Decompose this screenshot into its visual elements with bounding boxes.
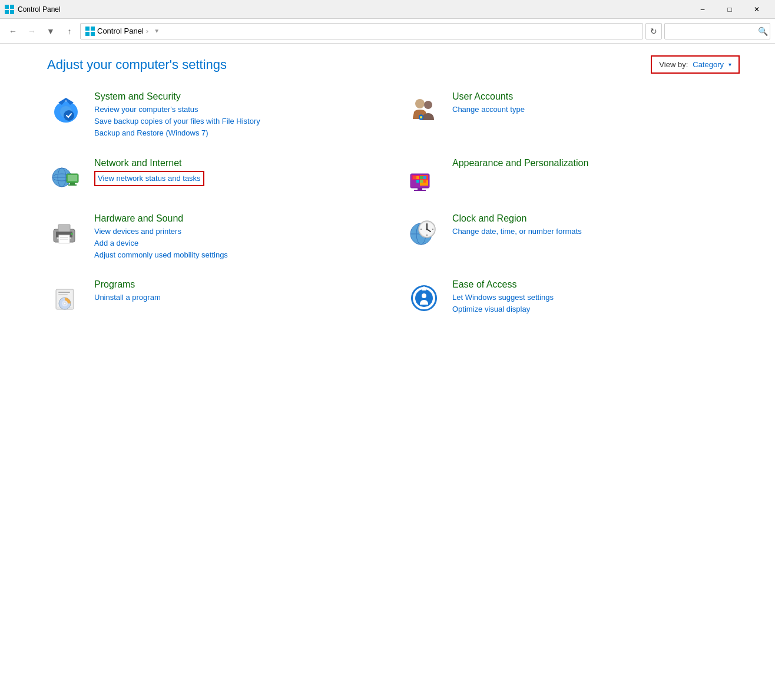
network-internet-icon: [47, 158, 85, 196]
svg-rect-32: [423, 176, 426, 179]
search-icon[interactable]: 🔍: [758, 27, 768, 36]
path-separator: ›: [146, 27, 148, 35]
svg-rect-2: [5, 10, 9, 14]
ease-of-access-content: Ease of Access Let Windows suggest setti…: [452, 279, 740, 316]
svg-rect-6: [85, 32, 90, 36]
svg-rect-20: [68, 175, 77, 181]
svg-rect-7: [91, 32, 95, 36]
svg-point-14: [420, 116, 422, 118]
title-bar: Control Panel – □ ✕: [0, 0, 775, 19]
content-header: Adjust your computer's settings View by:…: [47, 55, 740, 74]
link-mobility-settings[interactable]: Adjust commonly used mobility settings: [94, 250, 382, 260]
category-network-internet: Network and Internet View network status…: [47, 158, 382, 196]
clock-region-title[interactable]: Clock and Region: [452, 213, 740, 224]
categories-grid: System and Security Review your computer…: [47, 91, 740, 317]
svg-rect-1: [10, 5, 14, 9]
view-by-box[interactable]: View by: Category ▾: [651, 55, 740, 74]
link-backup-restore[interactable]: Backup and Restore (Windows 7): [94, 128, 382, 138]
svg-rect-64: [58, 292, 70, 293]
path-text: Control Panel: [97, 27, 144, 35]
app-icon: [5, 5, 14, 14]
svg-rect-38: [414, 190, 426, 191]
link-view-network-status[interactable]: View network status and tasks: [94, 171, 204, 186]
link-change-date-time[interactable]: Change date, time, or number formats: [452, 226, 740, 237]
svg-rect-30: [416, 176, 419, 179]
minimize-button[interactable]: –: [689, 0, 716, 19]
svg-point-12: [424, 101, 432, 109]
svg-rect-4: [85, 27, 90, 31]
user-accounts-icon: [405, 91, 443, 129]
category-appearance: Appearance and Personalization: [405, 158, 740, 196]
clock-region-icon: [405, 213, 443, 251]
link-optimize-display[interactable]: Optimize visual display: [452, 304, 740, 315]
hardware-sound-content: Hardware and Sound View devices and prin…: [94, 213, 382, 262]
up-button[interactable]: ↑: [61, 23, 78, 39]
svg-rect-22: [68, 184, 77, 186]
svg-rect-35: [420, 180, 423, 183]
network-internet-title[interactable]: Network and Internet: [94, 158, 382, 169]
svg-point-11: [415, 99, 425, 108]
svg-rect-65: [58, 294, 68, 295]
ease-of-access-title[interactable]: Ease of Access: [452, 279, 740, 290]
appearance-icon: [405, 158, 443, 196]
address-bar: ← → ▼ ↑ Control Panel › ▼ ↻ 🔍: [0, 19, 775, 44]
svg-rect-36: [423, 180, 426, 183]
refresh-button[interactable]: ↻: [645, 23, 662, 39]
maximize-button[interactable]: □: [716, 0, 743, 19]
programs-icon: [47, 279, 85, 317]
window-controls: – □ ✕: [689, 0, 770, 19]
back-button[interactable]: ←: [5, 23, 21, 39]
search-box: 🔍: [664, 23, 770, 39]
appearance-content: Appearance and Personalization: [452, 158, 740, 171]
system-security-icon: [47, 91, 85, 129]
link-add-device[interactable]: Add a device: [94, 238, 382, 249]
path-icon: [85, 27, 95, 36]
category-programs: Programs Uninstall a program: [47, 279, 382, 317]
link-view-devices[interactable]: View devices and printers: [94, 226, 382, 237]
link-change-account-type[interactable]: Change account type: [452, 104, 740, 115]
ease-of-access-icon: [405, 279, 443, 317]
hardware-sound-icon: [47, 213, 85, 251]
category-hardware-sound: Hardware and Sound View devices and prin…: [47, 213, 382, 262]
svg-rect-41: [58, 224, 70, 232]
link-suggest-settings[interactable]: Let Windows suggest settings: [452, 292, 740, 303]
search-input[interactable]: [670, 27, 758, 35]
programs-title[interactable]: Programs: [94, 279, 382, 290]
system-security-title[interactable]: System and Security: [94, 91, 382, 102]
view-by-arrow: ▾: [728, 61, 731, 68]
clock-region-content: Clock and Region Change date, time, or n…: [452, 213, 740, 238]
link-review-status[interactable]: Review your computer's status: [94, 104, 382, 115]
hardware-sound-title[interactable]: Hardware and Sound: [94, 213, 382, 224]
link-uninstall-program[interactable]: Uninstall a program: [94, 292, 382, 303]
svg-point-10: [64, 110, 74, 121]
svg-rect-34: [416, 180, 419, 183]
main-content: Adjust your computer's settings View by:…: [0, 44, 775, 700]
window-title: Control Panel: [18, 5, 689, 14]
path-dropdown-button[interactable]: ▼: [151, 25, 163, 37]
category-ease-of-access: Ease of Access Let Windows suggest setti…: [405, 279, 740, 317]
network-internet-content: Network and Internet View network status…: [94, 158, 382, 187]
category-system-security: System and Security Review your computer…: [47, 91, 382, 140]
address-path-box[interactable]: Control Panel › ▼: [80, 23, 643, 39]
svg-point-46: [71, 233, 73, 235]
svg-rect-37: [418, 188, 422, 190]
view-by-label: View by:: [659, 60, 688, 69]
svg-point-54: [426, 228, 428, 230]
svg-point-63: [64, 302, 66, 305]
svg-point-68: [422, 293, 426, 298]
system-security-content: System and Security Review your computer…: [94, 91, 382, 140]
svg-rect-21: [70, 183, 75, 184]
appearance-title[interactable]: Appearance and Personalization: [452, 158, 740, 169]
category-user-accounts: User Accounts Change account type: [405, 91, 740, 140]
svg-rect-31: [420, 176, 423, 179]
view-by-dropdown[interactable]: Category: [693, 60, 724, 69]
dropdown-button[interactable]: ▼: [42, 23, 59, 39]
svg-rect-29: [413, 176, 416, 179]
link-backup-copies[interactable]: Save backup copies of your files with Fi…: [94, 116, 382, 127]
user-accounts-content: User Accounts Change account type: [452, 91, 740, 116]
forward-button[interactable]: →: [24, 23, 40, 39]
close-button[interactable]: ✕: [743, 0, 770, 19]
svg-rect-33: [413, 180, 416, 183]
svg-rect-3: [10, 10, 14, 14]
user-accounts-title[interactable]: User Accounts: [452, 91, 740, 102]
